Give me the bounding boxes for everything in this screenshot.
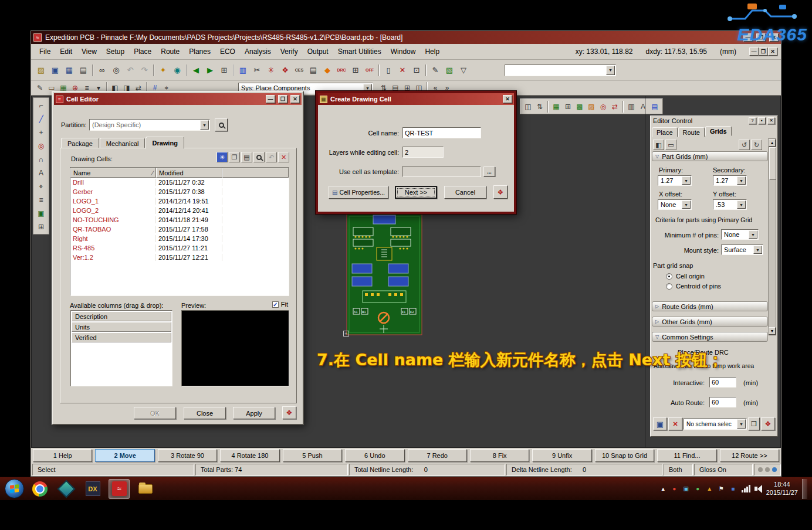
pencil-icon[interactable]: ✎ xyxy=(34,83,46,94)
columns-icon[interactable]: ▤ xyxy=(649,101,661,112)
editor-control-header[interactable]: Editor Control ? ▪ ✕ xyxy=(651,116,777,125)
undo-cells-icon[interactable]: ↶ xyxy=(266,152,277,162)
part-grids-section-header[interactable]: ▽ Part Grids (mm) xyxy=(652,151,768,161)
dialog-minimize-button[interactable]: — xyxy=(266,95,275,103)
split-view-icon[interactable]: ◫ xyxy=(522,101,534,112)
undo-icon[interactable]: ↶ xyxy=(123,64,137,77)
toolbar-scheme-combo[interactable]: ▼ xyxy=(505,64,616,76)
function-button-8[interactable]: 8 Fix xyxy=(470,449,529,462)
line-icon[interactable]: ╱ xyxy=(35,113,47,124)
table-row[interactable]: NO-TOUCHING2014/11/18 21:49 xyxy=(70,215,289,225)
delete-icon[interactable]: ✕ xyxy=(395,64,410,77)
common-settings-section-header[interactable]: ▽ Common Settings xyxy=(652,332,768,342)
taskbar-pcb-tool-button[interactable] xyxy=(56,479,77,499)
place-part-icon[interactable]: + xyxy=(35,127,47,138)
fill-board-icon[interactable]: ▩ xyxy=(574,101,586,112)
menu-window[interactable]: Window xyxy=(386,46,421,57)
function-button-12[interactable]: 12 Route >> xyxy=(720,449,779,462)
taskbar-dx-button[interactable]: DX xyxy=(82,479,103,499)
tab-place[interactable]: Place xyxy=(652,127,678,137)
available-column-item[interactable]: Verified xyxy=(72,332,171,342)
report-icon[interactable]: ▤ xyxy=(306,64,320,77)
radio-option-cell-origin[interactable]: Cell origin xyxy=(666,273,721,280)
menu-edit[interactable]: Edit xyxy=(55,46,77,57)
min-pins-combo[interactable]: None ▼ xyxy=(721,229,759,240)
arc-icon[interactable]: ∩ xyxy=(35,154,47,165)
zoom-icon[interactable]: ◎ xyxy=(109,64,123,77)
start-button[interactable] xyxy=(5,479,24,498)
function-button-7[interactable]: 7 Redo xyxy=(408,449,467,462)
chevron-down-icon[interactable]: ▼ xyxy=(606,66,615,75)
menu-view[interactable]: View xyxy=(77,46,102,57)
tray-red-icon[interactable]: ● xyxy=(670,484,679,493)
redo-icon[interactable]: ↷ xyxy=(137,64,151,77)
dialog-close-button[interactable]: ✕ xyxy=(290,95,300,103)
mount-style-combo[interactable]: Surface ▼ xyxy=(721,244,763,255)
page-icon[interactable]: ▯ xyxy=(381,64,395,77)
fit-checkbox[interactable]: ✓ xyxy=(272,301,279,308)
stamp-icon-button[interactable]: ❖ xyxy=(493,185,508,199)
grid-icon[interactable]: ⊞ xyxy=(35,221,47,232)
users-icon[interactable]: ◉ xyxy=(170,64,184,77)
swap-panes-icon[interactable]: ⇅ xyxy=(534,101,546,112)
float-icon[interactable]: ▭ xyxy=(665,140,676,150)
taskbar-clock[interactable]: 18:44 2015/11/27 xyxy=(766,481,798,497)
stamp-icon-button[interactable]: ❖ xyxy=(282,406,296,419)
menu-eco[interactable]: ECO xyxy=(215,46,240,57)
next-button[interactable]: Next >> xyxy=(395,186,437,199)
close-button[interactable]: Close xyxy=(184,407,226,419)
schema-combo[interactable]: No schema selec ▼ xyxy=(684,418,747,430)
sheet-icon[interactable]: ⊞ xyxy=(217,64,231,77)
menu-planes[interactable]: Planes xyxy=(184,46,215,57)
chevron-down-icon[interactable]: ▼ xyxy=(737,176,746,185)
print-icon[interactable]: ▤ xyxy=(76,64,90,77)
table-row[interactable]: RS-4852015/11/27 11:21 xyxy=(70,243,289,253)
browse-button[interactable]: ... xyxy=(483,167,495,176)
cancel-button[interactable]: Cancel xyxy=(444,186,486,199)
chevron-down-icon[interactable]: ▼ xyxy=(737,201,746,209)
via-icon[interactable]: ◎ xyxy=(35,140,47,151)
planes-icon[interactable]: ▥ xyxy=(236,64,250,77)
panel-scrollbar[interactable]: ▲ ▼ xyxy=(768,138,776,335)
open-schema-icon[interactable]: ❒ xyxy=(748,417,760,430)
zoom-grid-icon[interactable]: ⊞ xyxy=(562,101,574,112)
menu-file[interactable]: File xyxy=(35,46,55,57)
name-column-header[interactable]: Name ∕ xyxy=(70,168,156,178)
other-grids-section-header[interactable]: ▷ Other Grids (mm) xyxy=(652,317,768,327)
menu-verify[interactable]: Verify xyxy=(276,46,303,57)
radio-option-centroid-of-pins[interactable]: Centroid of pins xyxy=(666,283,721,290)
tray-expand-icon[interactable]: ▲ xyxy=(661,486,666,492)
matrix-icon[interactable]: ⊞ xyxy=(349,64,363,77)
prev-view-icon[interactable]: ◀ xyxy=(189,64,203,77)
function-button-9[interactable]: 9 Unfix xyxy=(532,449,591,462)
title-bar[interactable]: ≈ Expedition PCB - Pinnacle F:\My Docume… xyxy=(31,31,781,44)
tab-route[interactable]: Route xyxy=(678,127,705,137)
fit-checkbox-row[interactable]: ✓ Fit xyxy=(272,301,288,308)
copy-cell-icon[interactable]: ❐ xyxy=(229,152,240,162)
cell-properties-icon[interactable]: ▤ xyxy=(241,152,252,162)
taskbar-explorer-button[interactable] xyxy=(135,479,156,499)
tab-grids[interactable]: Grids xyxy=(705,126,732,136)
menu-help[interactable]: Help xyxy=(420,46,444,57)
volume-icon[interactable] xyxy=(755,485,762,493)
partition-search-button[interactable] xyxy=(215,118,228,131)
menu-route[interactable]: Route xyxy=(156,46,184,57)
chevron-down-icon[interactable]: ▼ xyxy=(737,419,746,429)
available-column-item[interactable]: Units xyxy=(72,322,171,332)
function-button-10[interactable]: 10 Snap to Grid xyxy=(595,449,654,462)
table-row[interactable]: Ver:1.22015/11/27 12:21 xyxy=(70,253,289,262)
save-icon[interactable]: ▣ xyxy=(48,64,62,77)
next-view-icon[interactable]: ▶ xyxy=(203,64,217,77)
green-doc-icon[interactable]: ▧ xyxy=(442,64,456,77)
sync-icon[interactable]: ↻ xyxy=(751,140,762,150)
mdi-minimize-button[interactable]: — xyxy=(749,47,759,56)
table-row[interactable]: Right2015/11/14 17:30 xyxy=(70,234,289,243)
delete-schema-icon[interactable]: ✕ xyxy=(668,417,682,430)
dialog-maximize-button[interactable]: ❐ xyxy=(278,95,287,103)
chevron-down-icon[interactable]: ▼ xyxy=(682,201,691,209)
menu-analysis[interactable]: Analysis xyxy=(240,46,276,57)
delete-cell-icon[interactable]: ✕ xyxy=(278,152,289,162)
help-button[interactable]: ? xyxy=(749,117,756,124)
apply-schema-icon[interactable]: ❖ xyxy=(761,417,775,430)
cell-editor-title-bar[interactable]: ≈ Cell Editor — ❐ ✕ xyxy=(54,93,302,105)
